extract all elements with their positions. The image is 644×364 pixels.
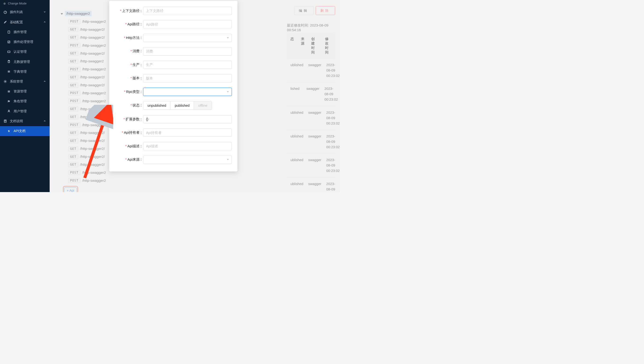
label-desc: *Api描述 : bbox=[115, 144, 143, 149]
consume-input[interactable] bbox=[143, 47, 232, 55]
ext-input[interactable] bbox=[143, 115, 232, 123]
mode-dot-icon bbox=[4, 3, 6, 5]
status-offline: offline bbox=[194, 101, 212, 110]
menu-system[interactable]: 系统管理 bbox=[0, 76, 50, 86]
change-mode[interactable]: Change Mode bbox=[0, 0, 50, 7]
desc-input[interactable] bbox=[143, 142, 232, 150]
owner-input[interactable] bbox=[143, 128, 232, 137]
label-consume: *消费 : bbox=[115, 49, 143, 54]
link-icon bbox=[7, 129, 11, 133]
menu-plugin-list[interactable]: 插件列表 bbox=[0, 7, 50, 17]
chevron-down-icon bbox=[227, 159, 229, 160]
mode-label: Change Mode bbox=[8, 2, 27, 5]
list-icon bbox=[7, 70, 11, 73]
api-form-modal: *上下文路径 : *Api路径 : *Http方法 : *消费 : *生产 : … bbox=[109, 1, 238, 171]
label-status: *状态 : bbox=[115, 103, 143, 108]
status-segmented: unpublishedpublishedoffline bbox=[143, 101, 212, 110]
label-http-method: *Http方法 : bbox=[115, 35, 143, 40]
context-path-input[interactable] bbox=[143, 7, 232, 15]
menu-docs[interactable]: 文档说明 bbox=[0, 116, 50, 126]
svg-point-8 bbox=[9, 101, 10, 102]
sidebar-item-plugin-process[interactable]: 插件处理管理 bbox=[0, 37, 50, 47]
label-context-path: *上下文路径 : bbox=[115, 9, 143, 13]
label-owner: *Api持有者 : bbox=[115, 130, 143, 135]
menu-base-config[interactable]: 基础配置 bbox=[0, 17, 50, 27]
status-published[interactable]: published bbox=[170, 101, 194, 110]
source-select[interactable] bbox=[143, 155, 232, 164]
check-square-icon bbox=[7, 40, 11, 44]
sidebar-item-resource[interactable]: 资源管理 bbox=[0, 87, 50, 96]
chevron-down-icon bbox=[227, 91, 229, 92]
sidebar-item-auth[interactable]: 认证管理 bbox=[0, 47, 50, 57]
chevron-up-icon bbox=[43, 80, 46, 84]
label-ext: *扩展参数 : bbox=[115, 117, 143, 122]
label-api-path: *Api路径 : bbox=[115, 22, 143, 27]
id-icon bbox=[7, 50, 11, 54]
sidebar-item-api-doc[interactable]: API文档 bbox=[0, 126, 50, 136]
chevron-up-icon bbox=[43, 20, 46, 24]
doc-icon bbox=[4, 119, 7, 123]
sidebar-item-dict[interactable]: 字典管理 bbox=[0, 67, 50, 76]
gear-icon bbox=[4, 80, 7, 83]
user-icon bbox=[7, 110, 11, 113]
svg-rect-3 bbox=[8, 51, 10, 53]
users-icon bbox=[7, 100, 11, 103]
rpc-type-select[interactable] bbox=[143, 88, 232, 96]
svg-point-6 bbox=[5, 81, 6, 82]
svg-point-7 bbox=[8, 101, 9, 101]
chevron-down-icon bbox=[227, 37, 229, 39]
sidebar-item-role[interactable]: 角色管理 bbox=[0, 96, 50, 106]
label-produce: *生产 : bbox=[115, 62, 143, 67]
http-method-select[interactable] bbox=[143, 34, 232, 42]
chevron-up-icon bbox=[43, 119, 46, 123]
sidebar-item-user[interactable]: 用户管理 bbox=[0, 106, 50, 116]
rocket-icon bbox=[4, 21, 7, 24]
api-path-input[interactable] bbox=[143, 20, 232, 28]
label-rpc-type: *Rpc类型 : bbox=[115, 89, 143, 94]
sidebar: Change Mode 插件列表 基础配置 插件管理 插件处理管理 认证管理 元… bbox=[0, 0, 50, 192]
chevron-down-icon bbox=[43, 10, 46, 14]
status-unpublished[interactable]: unpublished bbox=[143, 101, 171, 110]
clipboard-icon bbox=[7, 60, 11, 63]
list-icon bbox=[7, 90, 11, 93]
produce-input[interactable] bbox=[143, 61, 232, 69]
label-source: *Api来源 : bbox=[115, 157, 143, 162]
svg-point-9 bbox=[8, 110, 9, 111]
svg-rect-1 bbox=[8, 31, 10, 33]
version-input[interactable] bbox=[143, 74, 232, 82]
label-version: *版本 : bbox=[115, 76, 143, 81]
sidebar-item-plugin-manage[interactable]: 插件管理 bbox=[0, 27, 50, 37]
dashboard-icon bbox=[4, 11, 7, 14]
file-icon bbox=[7, 31, 11, 34]
sidebar-item-meta[interactable]: 元数据管理 bbox=[0, 57, 50, 67]
